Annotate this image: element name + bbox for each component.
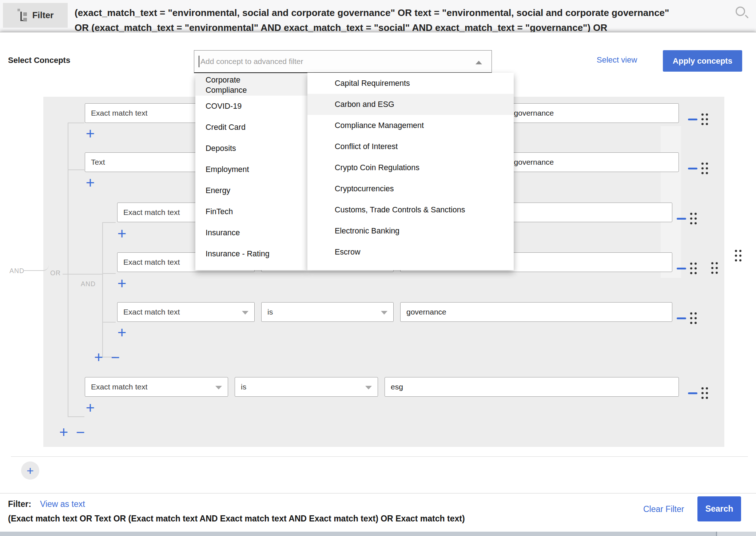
concept-option[interactable]: Employment <box>195 159 307 180</box>
add-rule-button[interactable]: + <box>116 327 128 339</box>
connector <box>68 416 84 417</box>
connector <box>102 222 116 223</box>
caret-down-icon <box>381 311 387 315</box>
add-outer-rule-button[interactable]: + <box>58 427 69 439</box>
concept-option[interactable]: Carbon and ESG <box>307 94 514 115</box>
concept-option[interactable]: COVID-19 <box>195 96 307 117</box>
concept-option[interactable]: Customs, Trade Controls & Sanctions <box>307 199 514 220</box>
add-rule-button[interactable]: + <box>84 128 96 140</box>
concept-option[interactable]: Corporate Compliance <box>195 75 307 96</box>
caret-down-icon <box>215 386 222 389</box>
add-rule-button[interactable]: + <box>116 228 128 240</box>
drag-handle[interactable] <box>701 113 704 116</box>
page-bottom-strip <box>0 532 756 536</box>
app-screen: Filter (exact_match_text = "environmenta… <box>0 0 756 536</box>
concept-input-placeholder: Add concept to advanced filter <box>200 57 303 66</box>
filter-chip[interactable]: Filter <box>3 3 68 28</box>
caret-down-icon <box>242 311 248 315</box>
concept-option[interactable]: Insurance <box>195 222 307 243</box>
drag-handle[interactable] <box>690 312 692 315</box>
filter-tree-icon <box>17 9 29 22</box>
select-view-link[interactable]: Select view <box>597 55 637 65</box>
filter-summary-text: (Exact match text OR Text OR (Exact matc… <box>8 514 465 524</box>
concept-option[interactable]: Credit Card <box>195 117 307 138</box>
concept-option[interactable]: Conflict of Interest <box>307 136 514 157</box>
remove-row-button[interactable] <box>677 218 686 220</box>
concept-option[interactable]: Deposits <box>195 138 307 159</box>
add-rule-button[interactable]: + <box>84 403 96 414</box>
operator-select[interactable]: is <box>235 377 378 397</box>
search-button[interactable]: Search <box>697 496 741 521</box>
concept-option[interactable]: FinTech <box>195 201 307 222</box>
connector <box>68 274 102 275</box>
footer-bar: Filter: View as text (Exact match text O… <box>0 493 756 536</box>
concept-option[interactable]: ESG <box>307 263 514 270</box>
field-select[interactable]: Exact match text <box>85 377 228 397</box>
add-rule-button[interactable]: + <box>84 177 96 189</box>
remove-outer-group-button[interactable]: − <box>75 427 86 439</box>
remove-row-button[interactable] <box>677 317 686 319</box>
inner-connector-trunk <box>102 222 103 357</box>
concept-option[interactable]: Compliance Management <box>307 115 514 136</box>
caret-up-icon <box>476 61 482 64</box>
add-group-rule-button[interactable]: + <box>93 352 104 364</box>
connector <box>102 273 116 274</box>
inner-operator-label: AND <box>81 280 96 288</box>
connector <box>102 322 116 323</box>
remove-group-button[interactable]: − <box>110 352 121 364</box>
concept-category-list: Corporate ComplianceCOVID-19Credit CardD… <box>195 75 307 270</box>
add-filter-group-button[interactable]: + <box>21 461 39 480</box>
drag-handle[interactable] <box>690 213 692 215</box>
clear-filter-link[interactable]: Clear Filter <box>643 504 684 514</box>
filter-query-text: (exact_match_text = "environmental, soci… <box>75 0 726 33</box>
search-icon[interactable] <box>735 6 749 21</box>
concept-option[interactable]: Crypto Coin Regulations <box>307 157 514 178</box>
drag-handle[interactable] <box>701 387 704 389</box>
add-rule-button[interactable]: + <box>116 278 128 290</box>
apply-concepts-button[interactable]: Apply concepts <box>663 50 742 72</box>
top-filter-bar: Filter (exact_match_text = "environmenta… <box>0 0 756 33</box>
value-input[interactable]: esg <box>385 377 679 397</box>
operator-select[interactable]: is <box>261 302 394 322</box>
filter-row: Exact match text is esg <box>0 377 756 397</box>
value-input[interactable]: governance <box>400 302 672 322</box>
concept-option[interactable]: Cryptocurrencies <box>307 178 514 199</box>
remove-row-button[interactable] <box>688 168 697 169</box>
remove-row-button[interactable] <box>677 268 686 269</box>
filter-row: Exact match text is governance <box>0 302 756 322</box>
filter-chip-label: Filter <box>32 10 54 20</box>
remove-row-button[interactable] <box>688 119 697 120</box>
concept-option[interactable]: Escrow <box>307 241 514 263</box>
section-divider <box>11 456 748 457</box>
inner-group-drag-handle[interactable] <box>711 262 713 264</box>
query-line-2: OR (exact_match_text = "environmental" A… <box>75 21 607 33</box>
view-as-text-link[interactable]: View as text <box>40 499 85 509</box>
outer-group-drag-handle[interactable] <box>735 250 737 252</box>
remove-row-button[interactable] <box>688 392 697 394</box>
query-line-1: (exact_match_text = "environmental, soci… <box>75 6 669 19</box>
concept-option[interactable]: Insurance - Rating <box>195 243 307 264</box>
strip-right-segment <box>717 532 756 536</box>
modal-title: Select Concepts <box>8 56 70 65</box>
concept-option[interactable]: Electronic Banking <box>307 220 514 241</box>
drag-handle[interactable] <box>690 263 692 265</box>
footer-filter-label: Filter: <box>8 499 31 509</box>
concept-option[interactable]: Capital Requirements <box>307 73 514 94</box>
drag-handle[interactable] <box>701 163 704 165</box>
field-select[interactable]: Exact match text <box>117 302 255 322</box>
concept-subcategory-list: Capital RequirementsCarbon and ESGCompli… <box>307 73 514 270</box>
concept-search-input[interactable]: Add concept to advanced filter <box>194 50 492 73</box>
connector <box>63 274 68 275</box>
text-cursor <box>199 56 199 67</box>
concept-option[interactable]: Energy <box>195 180 307 201</box>
caret-down-icon <box>365 386 372 389</box>
